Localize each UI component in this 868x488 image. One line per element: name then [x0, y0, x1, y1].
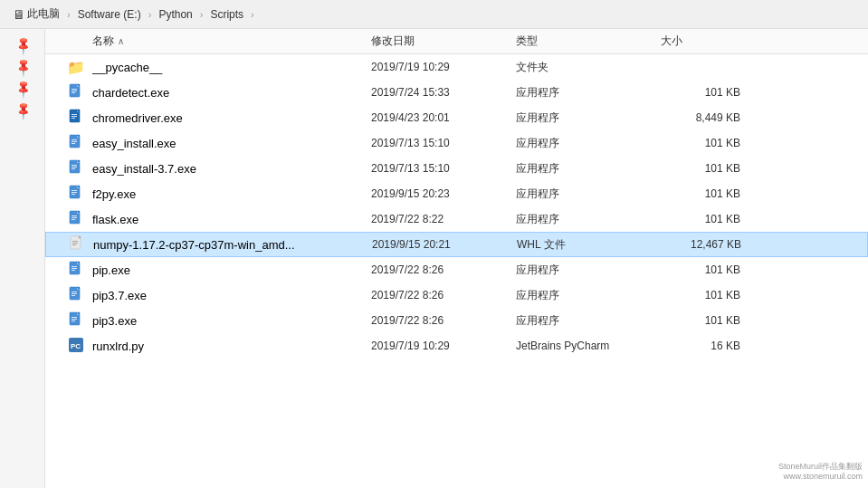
breadcrumb-scripts-label: Scripts [210, 8, 243, 21]
table-row[interactable]: easy_install.exe 2019/7/13 15:10 应用程序 10… [45, 130, 868, 156]
file-date-cell: 2019/7/22 8:26 [371, 314, 516, 327]
table-row[interactable]: chromedriver.exe 2019/4/23 20:01 应用程序 8,… [45, 105, 868, 130]
col-name-label: 名称 [92, 33, 114, 49]
svg-rect-47 [72, 270, 75, 271]
file-date-cell: 2019/7/19 10:29 [371, 61, 516, 73]
file-size-cell: 101 KB [661, 314, 751, 327]
file-date-cell: 2019/7/22 8:26 [371, 289, 516, 301]
svg-rect-39 [72, 241, 78, 242]
table-row[interactable]: 📁 __pycache__ 2019/7/19 10:29 文件夹 [45, 54, 868, 80]
file-date-cell: 2019/7/24 15:33 [371, 86, 516, 99]
svg-rect-52 [72, 293, 77, 294]
table-row[interactable]: flask.exe 2019/7/22 8:22 应用程序 101 KB [45, 206, 868, 232]
svg-rect-28 [72, 192, 77, 193]
svg-rect-4 [72, 91, 77, 91]
file-icon-exe [67, 286, 85, 304]
table-row[interactable]: PC runxlrd.py 2019/7/19 10:29 JetBrains … [45, 333, 868, 359]
file-list[interactable]: 📁 __pycache__ 2019/7/19 10:29 文件夹 [45, 54, 868, 488]
file-type-cell: 应用程序 [516, 263, 661, 278]
sort-arrow: ∧ [118, 36, 124, 46]
svg-rect-15 [72, 139, 77, 140]
file-size-cell: 101 KB [661, 137, 751, 149]
table-row[interactable]: pip.exe 2019/7/22 8:26 应用程序 101 KB [45, 257, 868, 282]
svg-rect-22 [72, 167, 77, 167]
file-name-cell: flask.exe [92, 213, 371, 226]
svg-rect-17 [72, 143, 75, 144]
breadcrumb-scripts[interactable]: Scripts [205, 6, 249, 23]
titlebar: 🖥 此电脑 › Software (E:) › Python › Scripts… [0, 0, 868, 29]
file-icon-cell [45, 286, 92, 304]
sidebar: 📌 📌 📌 📌 [0, 29, 45, 488]
file-type-cell: WHL 文件 [517, 237, 662, 253]
file-date-cell: 2019/9/15 20:23 [371, 187, 516, 200]
column-header: 名称 ∧ 修改日期 类型 大小 [45, 29, 868, 54]
file-icon-cell [45, 83, 92, 101]
file-type-cell: 应用程序 [516, 110, 661, 126]
col-name-header[interactable]: 名称 ∧ [45, 33, 371, 49]
file-size-cell: 101 KB [661, 86, 751, 99]
file-name-cell: __pycache__ [92, 61, 371, 74]
breadcrumb-this-pc[interactable]: 🖥 此电脑 [7, 5, 65, 24]
breadcrumb-python[interactable]: Python [153, 6, 197, 23]
file-type-cell: 应用程序 [516, 313, 661, 329]
main-area: 📌 📌 📌 📌 名称 ∧ 修改日期 类型 大小 📁 __pycache__ 20… [0, 29, 868, 488]
file-size-cell: 101 KB [661, 162, 751, 175]
watermark: StoneMuruil作品集翻版 www.stonemuruil.com [778, 462, 863, 483]
table-row[interactable]: pip3.exe 2019/7/22 8:26 应用程序 101 KB [45, 308, 868, 333]
file-name-cell: runxlrd.py [92, 340, 371, 353]
svg-rect-34 [72, 217, 77, 218]
file-icon-cell [46, 235, 93, 254]
file-name-cell: f2py.exe [92, 187, 371, 201]
file-type-cell: 应用程序 [516, 187, 661, 202]
svg-rect-3 [72, 89, 77, 90]
file-type-cell: 应用程序 [516, 288, 661, 303]
pin-icon-4[interactable]: 📌 [9, 98, 34, 123]
file-date-cell: 2019/7/13 15:10 [371, 137, 516, 149]
file-icon-cell [45, 311, 92, 330]
col-date-header[interactable]: 修改日期 [371, 33, 516, 49]
breadcrumb-python-label: Python [158, 8, 192, 21]
watermark-line1: StoneMuruil作品集翻版 [778, 462, 863, 473]
file-icon-whl [68, 235, 86, 254]
svg-rect-35 [72, 219, 75, 220]
file-size-cell: 101 KB [661, 213, 751, 225]
file-icon-py: PC [67, 337, 85, 355]
svg-rect-40 [72, 243, 78, 244]
svg-rect-21 [72, 165, 77, 166]
file-icon-cell [45, 261, 92, 279]
svg-rect-58 [72, 319, 77, 320]
file-date-cell: 2019/7/19 10:29 [371, 340, 516, 352]
table-row[interactable]: pip3.7.exe 2019/7/22 8:26 应用程序 101 KB [45, 282, 868, 308]
table-row[interactable]: easy_install-3.7.exe 2019/7/13 15:10 应用程… [45, 156, 868, 181]
file-name-cell: numpy-1.17.2-cp37-cp37m-win_amd... [93, 238, 372, 252]
breadcrumb-sep-2: › [148, 9, 152, 20]
file-type-cell: 应用程序 [516, 85, 661, 100]
file-icon-exe_blue [67, 109, 85, 127]
file-type-cell: 应用程序 [516, 136, 661, 151]
file-name-cell: chromedriver.exe [92, 111, 371, 125]
svg-rect-59 [72, 321, 75, 321]
svg-rect-46 [72, 268, 77, 269]
file-icon-exe [67, 83, 85, 101]
svg-rect-57 [72, 317, 77, 318]
file-icon-cell [45, 210, 92, 228]
file-name-cell: pip.exe [92, 263, 371, 277]
col-type-header[interactable]: 类型 [516, 33, 661, 49]
svg-rect-51 [72, 292, 77, 292]
svg-rect-27 [72, 190, 77, 191]
table-row[interactable]: chardetect.exe 2019/7/24 15:33 应用程序 101 … [45, 80, 868, 105]
svg-rect-33 [72, 215, 77, 216]
svg-rect-41 [72, 244, 76, 245]
file-size-cell: 101 KB [661, 187, 751, 200]
file-area: 名称 ∧ 修改日期 类型 大小 📁 __pycache__ 2019/7/19 … [45, 29, 868, 488]
table-row[interactable]: f2py.exe 2019/9/15 20:23 应用程序 101 KB [45, 181, 868, 206]
col-size-header[interactable]: 大小 [661, 33, 751, 49]
svg-rect-53 [72, 295, 75, 296]
svg-rect-45 [72, 266, 77, 267]
table-row[interactable]: numpy-1.17.2-cp37-cp37m-win_amd... 2019/… [45, 232, 868, 257]
file-name-cell: pip3.exe [92, 314, 371, 328]
file-name-cell: pip3.7.exe [92, 289, 371, 302]
file-name-cell: easy_install-3.7.exe [92, 162, 371, 176]
breadcrumb-software[interactable]: Software (E:) [72, 6, 147, 23]
file-icon-exe [67, 185, 85, 203]
